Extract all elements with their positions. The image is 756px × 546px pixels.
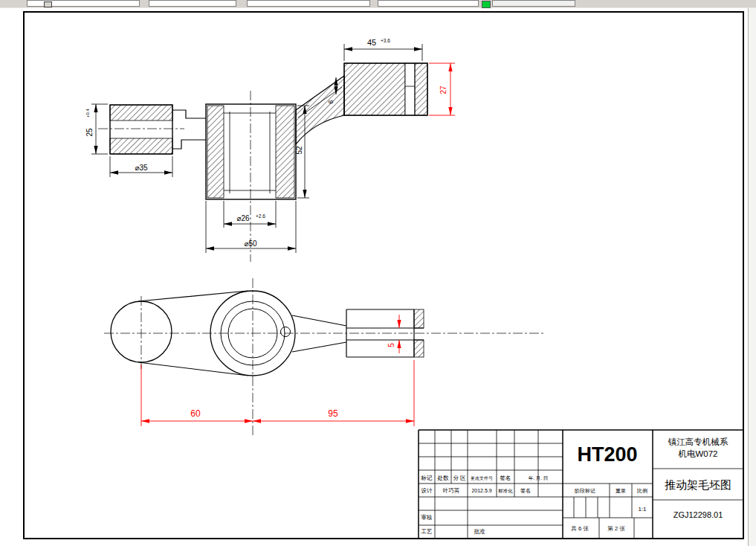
org-name-line2: 机电W072	[677, 449, 717, 458]
org-name-line1: 镇江高专机械系	[668, 437, 728, 446]
process-label: 工艺	[421, 528, 433, 535]
review-label: 审核	[421, 514, 433, 521]
dim-45-tol-label: +3.6	[381, 38, 390, 43]
dim-dia26-label: ⌀26	[236, 214, 250, 222]
section-connector[interactable]	[172, 110, 206, 149]
sheet-number: 第 2 张	[607, 525, 625, 532]
part-geometry[interactable]	[98, 63, 544, 437]
dim-60-label: 60	[190, 408, 201, 419]
material-label: HT200	[577, 443, 637, 466]
section-cylinder[interactable]	[206, 104, 296, 199]
title-block[interactable]: HT200 镇江高专机械系 机电W072 推动架毛坯图 ZGJ12298.01 …	[419, 430, 743, 539]
dim-6-label: 6	[327, 100, 335, 103]
drawing-canvas[interactable]: 45 +3.6 25 +0.4 ⌀35 ⌀26 +2.6 ⌀50 52 6 27…	[0, 0, 756, 546]
app-window: 45 +3.6 25 +0.4 ⌀35 ⌀26 +2.6 ⌀50 52 6 27…	[0, 0, 756, 546]
dim-dia35-label: ⌀35	[135, 164, 148, 172]
approve-label: 批准	[474, 528, 486, 535]
layer-dropdown[interactable]	[149, 0, 236, 7]
design-date: 2012.5.9	[471, 488, 491, 493]
dim-25-tol-label: +0.4	[85, 108, 90, 118]
scale-value: 1:1	[638, 506, 647, 513]
stage-mark-label: 阶段标记	[575, 488, 595, 494]
dim-52-label: 52	[295, 146, 303, 155]
header-date: 年. 月. 日	[529, 475, 549, 481]
design-label: 设计	[421, 487, 433, 494]
right-gutter[interactable]	[748, 0, 756, 546]
designer-name: 叶巧英	[443, 487, 460, 494]
drawing-number: ZGJ12298.01	[673, 510, 723, 519]
header-count: 处数	[437, 475, 450, 481]
toolbar	[0, 0, 756, 8]
dim-5-label: 5	[387, 343, 395, 347]
section-left-tube[interactable]	[110, 105, 172, 154]
sheet-total: 共 6 张	[571, 525, 589, 532]
dim-45-label: 45	[367, 38, 376, 47]
plotstyle-dropdown[interactable]	[492, 0, 575, 7]
toolbar-panel[interactable]	[27, 0, 140, 7]
dim-dia50-label: ⌀50	[244, 240, 257, 248]
drawing-title: 推动架毛坯图	[665, 478, 731, 491]
scale-label: 比例	[637, 488, 647, 494]
toolbar-button[interactable]	[44, 1, 52, 7]
linetype-dropdown[interactable]	[247, 0, 370, 7]
section-block[interactable]	[344, 63, 427, 115]
section-arm[interactable]	[296, 76, 344, 144]
lineweight-dropdown[interactable]	[378, 0, 479, 7]
header-zone: 分 区	[453, 475, 466, 481]
header-mark: 标记	[421, 475, 433, 481]
header-signature: 签名	[500, 475, 511, 481]
weight-label: 重量	[616, 488, 626, 493]
dim-95-label: 95	[328, 408, 338, 419]
sign-label: 签名	[520, 488, 531, 494]
standardization-label: 标准化	[497, 488, 513, 494]
dim-27-label: 27	[439, 86, 448, 94]
dim-25-label: 25	[85, 128, 94, 137]
title-block-text: HT200 镇江高专机械系 机电W072 推动架毛坯图 ZGJ12298.01 …	[421, 437, 732, 535]
color-swatch[interactable]	[482, 1, 491, 8]
header-change-doc: 更改文件号	[471, 475, 493, 481]
dim-dia26-tol-label: +2.6	[256, 213, 265, 219]
